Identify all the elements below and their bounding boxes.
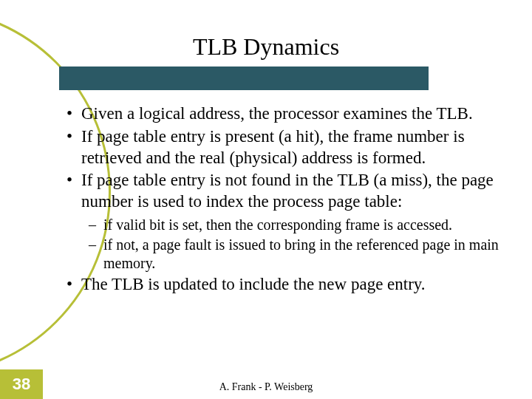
slide: TLB Dynamics Given a logical address, th… [0, 0, 532, 399]
bullet-item: If page table entry is not found in the … [63, 170, 521, 273]
slide-title: TLB Dynamics [0, 33, 532, 61]
bullet-text: If page table entry is not found in the … [81, 171, 494, 211]
content-area: Given a logical address, the processor e… [63, 103, 521, 297]
bullet-list: Given a logical address, the processor e… [63, 103, 521, 296]
sub-bullet-item: if not, a page fault is issued to bring … [81, 236, 521, 273]
footer-text: A. Frank - P. Weisberg [0, 381, 532, 393]
bullet-item: If page table entry is present (a hit), … [63, 126, 521, 169]
accent-bar [59, 66, 429, 90]
bullet-item: Given a logical address, the processor e… [63, 103, 521, 125]
title-area: TLB Dynamics [0, 33, 532, 61]
bullet-item: The TLB is updated to include the new pa… [63, 274, 521, 296]
sub-bullet-item: if valid bit is set, then the correspond… [81, 216, 521, 234]
sub-list: if valid bit is set, then the correspond… [81, 216, 521, 273]
